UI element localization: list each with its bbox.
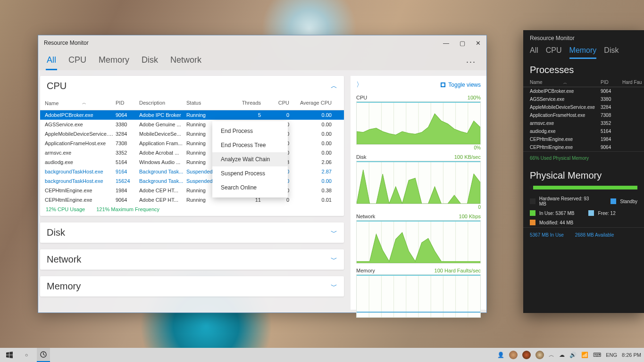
table-row[interactable]: armsvc.exe3352 (523, 119, 644, 127)
context-menu-item[interactable]: Suspend Process (212, 166, 288, 181)
table-row[interactable]: CEPHtmlEngine.exe1984 (523, 135, 644, 143)
table-row[interactable]: ApplicationFrameHost.exe7308Application … (40, 139, 344, 148)
context-menu-item[interactable]: Analyze Wait Chain (212, 152, 288, 166)
chevron-up-icon[interactable]: ︿ (549, 351, 554, 359)
mem-inuse-stat: 5367 MB In Use (530, 232, 564, 238)
resource-monitor-dark-window: Resource Monitor All CPU Memory Disk Pro… (523, 30, 644, 313)
context-menu-item[interactable]: Search Online (212, 181, 288, 195)
tab-network[interactable]: Network (169, 53, 202, 70)
tab-disk[interactable]: Disk (141, 53, 159, 70)
charts-sidebar: 〉 Toggle views CPU100% 0% Disk100 KB/sec… (351, 76, 486, 310)
chart-memory: Memory100 Hard Faults/sec (356, 267, 481, 318)
language-indicator[interactable]: ENG (606, 352, 617, 358)
chevron-up-icon[interactable]: ︿ (331, 82, 337, 90)
minimize-button[interactable]: — (443, 40, 449, 47)
titlebar[interactable]: Resource Monitor — ▢ ✕ (38, 35, 486, 50)
context-menu-item[interactable]: End Process Tree (212, 138, 288, 152)
more-icon[interactable]: ··· (466, 57, 479, 67)
dark-col-name[interactable]: Name︿ (530, 80, 601, 85)
cpu-freq-stat: 121% Maximum Frequency (96, 206, 159, 212)
table-row[interactable]: CEPHtmlEngine.exe9064 (523, 143, 644, 151)
chevron-down-icon[interactable]: ﹀ (331, 282, 337, 291)
col-cpu[interactable]: CPU (262, 98, 290, 108)
table-row[interactable]: AppleMobileDeviceService.exe3284 (523, 103, 644, 111)
chart-cpu: CPU100% 0% (356, 94, 481, 150)
volume-icon[interactable]: 🔊 (569, 352, 577, 358)
sort-caret-icon: ︿ (82, 100, 86, 106)
people-icon[interactable]: 👤 (497, 352, 504, 358)
table-row[interactable]: AdobeIPCBroker.exe9064 (523, 87, 644, 95)
memory-bar (530, 186, 637, 189)
dark-col-pid[interactable]: PID (601, 80, 622, 85)
legend-item: In Use: 5367 MB (530, 210, 574, 216)
col-status[interactable]: Status (185, 98, 221, 108)
cpu-rows: AdobeIPCBroker.exe9064Adobe IPC BrokerRu… (40, 110, 344, 204)
chevron-down-icon[interactable]: ﹀ (331, 229, 337, 237)
window-title: Resource Monitor (44, 40, 89, 46)
context-menu-item[interactable]: End Process (212, 124, 288, 138)
context-menu: End ProcessEnd Process TreeAnalyze Wait … (212, 121, 288, 197)
tab-memory[interactable]: Memory (98, 53, 130, 70)
toggle-views-button[interactable]: Toggle views (441, 82, 481, 88)
tab-cpu[interactable]: CPU (67, 53, 87, 70)
col-pid[interactable]: PID (115, 98, 138, 108)
legend-item: Free: 12 (588, 210, 615, 216)
start-button[interactable] (3, 348, 16, 362)
table-row[interactable]: audiodg.exe5164 (523, 127, 644, 135)
search-icon[interactable]: ○ (20, 348, 33, 362)
table-row[interactable]: backgroundTaskHost.exe15624Background Ta… (40, 176, 344, 186)
legend-item: Modified: 44 MB (530, 220, 573, 225)
col-description[interactable]: Description (138, 98, 185, 108)
dark-tab-cpu[interactable]: CPU (546, 46, 562, 59)
table-row[interactable]: AGSService.exe3380Adobe Genuine ...Runni… (40, 120, 344, 129)
table-row[interactable]: CEPHtmlEngine.exe1984Adobe CEP HT...Runn… (40, 186, 344, 195)
taskbar-app-resource-monitor[interactable] (37, 348, 50, 362)
table-row[interactable]: ApplicationFrameHost.exe7308 (523, 111, 644, 119)
table-row[interactable]: CEPHtmlEngine.exe9064Adobe CEP HT...Runn… (40, 195, 344, 204)
chart-disk: Disk100 KB/sec 0 (356, 153, 481, 210)
memory-panel-title: Memory (47, 281, 81, 292)
table-row[interactable]: AGSService.exe3380 (523, 95, 644, 103)
cpu-usage-stat: 12% CPU Usage (46, 206, 85, 212)
table-row[interactable]: AppleMobileDeviceService.exe3284MobileDe… (40, 129, 344, 139)
chevron-right-icon[interactable]: 〉 (356, 81, 363, 89)
mem-avail-stat: 2688 MB Available (575, 232, 614, 238)
dark-tab-all[interactable]: All (530, 46, 538, 59)
table-row[interactable]: audiodg.exe5164Windows Audio ...Running3… (40, 157, 344, 167)
table-row[interactable]: armsvc.exe3352Adobe Acrobat ...Running00… (40, 148, 344, 157)
sort-caret-icon: ︿ (563, 80, 567, 85)
avatar[interactable] (509, 351, 518, 359)
mem-seg-inuse (533, 186, 637, 189)
keyboard-icon[interactable]: ⌨ (593, 352, 601, 358)
onedrive-icon[interactable]: ☁ (559, 352, 565, 358)
square-icon (441, 82, 445, 87)
chevron-down-icon[interactable]: ﹀ (331, 255, 337, 264)
cpu-column-headers[interactable]: Name︿ PID Description Status Threads CPU… (40, 96, 344, 110)
memory-panel: Memory ﹀ (40, 276, 344, 296)
memory-legend: Hardware Reserved: 93 MBStandbyIn Use: 5… (523, 194, 644, 227)
main-tabs: All CPU Memory Disk Network ··· (38, 50, 486, 70)
taskbar: ○ 👤 ︿ ☁ 🔊 📶 ⌨ ENG 8:26 PM (0, 348, 644, 362)
col-avg-cpu[interactable]: Average CPU (290, 98, 333, 108)
dark-tab-memory[interactable]: Memory (569, 46, 597, 59)
maximize-button[interactable]: ▢ (460, 40, 465, 47)
legend-item: Hardware Reserved: 93 MB (530, 196, 596, 206)
col-threads[interactable]: Threads (221, 98, 262, 108)
processes-title: Processes (523, 59, 644, 78)
dark-processes-footer: 66% Used Physical Memory (523, 151, 644, 165)
clock[interactable]: 8:26 PM (622, 352, 641, 358)
tab-all[interactable]: All (46, 53, 57, 70)
table-row[interactable]: AdobeIPCBroker.exe9064Adobe IPC BrokerRu… (40, 110, 344, 120)
close-button[interactable]: ✕ (476, 40, 481, 47)
wifi-icon[interactable]: 📶 (581, 352, 588, 358)
dark-tab-disk[interactable]: Disk (604, 46, 619, 59)
dark-col-hard[interactable]: Hard Fau (622, 80, 644, 85)
avatar[interactable] (535, 351, 544, 359)
disk-panel-title: Disk (47, 227, 65, 238)
col-name[interactable]: Name (45, 100, 59, 106)
avatar[interactable] (522, 351, 531, 359)
physical-memory-title: Physical Memory (523, 165, 644, 184)
dark-window-title: Resource Monitor (523, 30, 644, 44)
disk-panel: Disk ﹀ (40, 222, 344, 243)
table-row[interactable]: backgroundTaskHost.exe9164Background Tas… (40, 167, 344, 176)
